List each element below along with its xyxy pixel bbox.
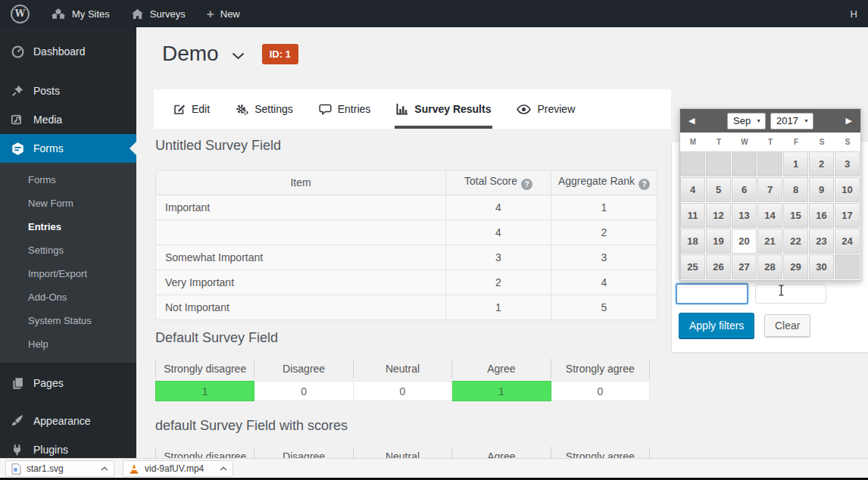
prev-month-button[interactable]: ◀ — [688, 116, 695, 126]
calendar-day[interactable]: 27 — [732, 254, 757, 279]
calendar-day-empty — [680, 151, 705, 176]
site-menu[interactable]: Surveys — [131, 8, 186, 20]
likert-value-cell: 0 — [551, 381, 650, 401]
calendar-day[interactable]: 24 — [835, 229, 860, 254]
gear-icon — [236, 103, 248, 116]
rank-cell: 2 — [551, 220, 657, 245]
column-header-total-score: Total Score? — [446, 170, 551, 195]
my-sites-label: My Sites — [72, 8, 110, 20]
calendar-day[interactable]: 7 — [757, 177, 782, 202]
submenu-item-new-form[interactable]: New Form — [0, 192, 136, 215]
wordpress-logo-menu[interactable]: W — [11, 5, 30, 23]
year-select[interactable]: 2017 ▼ — [770, 113, 813, 129]
end-date-input[interactable] — [755, 284, 826, 304]
calendar-day[interactable]: 3 — [835, 151, 860, 176]
home-icon — [131, 8, 144, 20]
sidebar-item-forms[interactable]: Forms — [0, 134, 136, 163]
calendar-day[interactable]: 11 — [680, 203, 705, 228]
help-icon[interactable]: ? — [639, 179, 650, 190]
submenu-item-add-ons[interactable]: Add-Ons — [0, 285, 136, 309]
weekday-label: S — [809, 132, 835, 151]
calendar-day[interactable]: 5 — [706, 177, 731, 202]
paintbrush-icon — [10, 414, 25, 428]
sidebar-item-media[interactable]: Media — [0, 105, 136, 134]
calendar-day[interactable]: 21 — [757, 229, 782, 254]
calendar-day[interactable]: 1 — [783, 151, 808, 176]
bar-chart-icon — [396, 103, 408, 115]
tab-settings[interactable]: Settings — [236, 89, 293, 129]
start-date-input[interactable] — [676, 283, 748, 304]
calendar-day[interactable]: 16 — [809, 203, 834, 228]
sidebar-item-pages[interactable]: Pages — [0, 369, 136, 397]
calendar-day[interactable]: 13 — [732, 203, 757, 228]
sidebar-item-appearance[interactable]: Appearance — [0, 407, 136, 435]
calendar-day[interactable]: 2 — [809, 151, 834, 176]
tab-edit[interactable]: Edit — [173, 89, 210, 129]
weekday-label: T — [757, 132, 783, 151]
howdy-text[interactable]: H — [851, 8, 857, 20]
clear-button[interactable]: Clear — [764, 314, 810, 337]
submenu-item-entries[interactable]: Entries — [0, 215, 136, 238]
chevron-up-icon[interactable] — [90, 466, 108, 471]
calendar-day-today[interactable]: 20 — [732, 229, 757, 254]
next-month-button[interactable]: ▶ — [846, 116, 852, 126]
tab-survey-results[interactable]: Survey Results — [396, 89, 491, 129]
likert-table-default: Strongly disagree Disagree Neutral Agree… — [155, 359, 650, 401]
sidebar-label: Pages — [33, 377, 64, 389]
calendar-day[interactable]: 15 — [783, 203, 808, 228]
calendar-day[interactable]: 19 — [706, 229, 731, 254]
score-cell: 4 — [446, 220, 551, 245]
gravity-forms-icon — [10, 142, 25, 156]
help-icon[interactable]: ? — [521, 179, 532, 190]
submenu-item-import-export[interactable]: Import/Export — [0, 262, 136, 285]
submenu-item-help[interactable]: Help — [0, 332, 136, 356]
apply-filters-button[interactable]: Apply filters — [679, 313, 754, 338]
rank-cell: 4 — [551, 270, 657, 295]
calendar-day[interactable]: 17 — [835, 203, 860, 228]
month-select[interactable]: Sep ▼ — [727, 113, 766, 129]
calendar-day[interactable]: 9 — [809, 177, 834, 202]
wp-admin-bar: W My Sites Surveys + New H — [0, 0, 868, 27]
tab-entries[interactable]: Entries — [319, 89, 371, 129]
calendar-day[interactable]: 18 — [680, 229, 705, 254]
calendar-week: 1 2 3 — [680, 151, 860, 177]
column-label: Total Score — [464, 175, 517, 187]
calendar-day[interactable]: 23 — [809, 229, 834, 254]
section-title-untitled: Untitled Survey Field — [155, 138, 281, 154]
download-item-mp4[interactable]: vid-9afUV.mp4 — [123, 460, 233, 477]
tab-preview[interactable]: Preview — [517, 89, 575, 129]
calendar-day[interactable]: 29 — [783, 254, 808, 279]
calendar-day[interactable]: 25 — [680, 254, 705, 279]
chevron-up-icon[interactable] — [209, 466, 227, 471]
likert-value-cell: 0 — [354, 381, 452, 401]
calendar-day[interactable]: 30 — [809, 254, 834, 279]
submenu-item-settings[interactable]: Settings — [0, 238, 136, 262]
sidebar-label: Posts — [33, 85, 60, 97]
sidebar-item-dashboard[interactable]: Dashboard — [0, 37, 136, 66]
pushpin-icon — [10, 84, 25, 98]
chevron-down-icon[interactable] — [232, 52, 245, 60]
calendar-day[interactable]: 10 — [835, 177, 860, 202]
submenu-item-system-status[interactable]: System Status — [0, 309, 136, 332]
new-content-menu[interactable]: + New — [207, 8, 240, 20]
calendar-day[interactable]: 4 — [680, 177, 705, 202]
calendar-day[interactable]: 26 — [706, 254, 731, 279]
calendar-week: 18 19 20 21 22 23 24 — [680, 229, 860, 254]
download-item-svg[interactable]: e star1.svg — [5, 460, 114, 477]
pages-icon — [10, 376, 25, 390]
item-cell: Important — [156, 195, 446, 220]
calendar-day[interactable]: 28 — [757, 254, 782, 279]
score-cell: 3 — [446, 245, 551, 270]
calendar-day[interactable]: 12 — [706, 203, 731, 228]
submenu-item-forms[interactable]: Forms — [0, 168, 136, 192]
tab-label: Edit — [192, 103, 210, 115]
calendar-day[interactable]: 22 — [783, 229, 808, 254]
calendar-day[interactable]: 8 — [783, 177, 808, 202]
admin-sidebar: Dashboard Posts Media Forms Forms New Fo… — [0, 27, 136, 480]
wordpress-logo-icon: W — [11, 5, 30, 23]
my-sites-menu[interactable]: My Sites — [51, 8, 110, 20]
sidebar-item-posts[interactable]: Posts — [0, 76, 136, 105]
calendar-day[interactable]: 6 — [732, 177, 757, 202]
calendar-day[interactable]: 14 — [757, 203, 782, 228]
calendar-week: 25 26 27 28 29 30 — [680, 254, 860, 280]
